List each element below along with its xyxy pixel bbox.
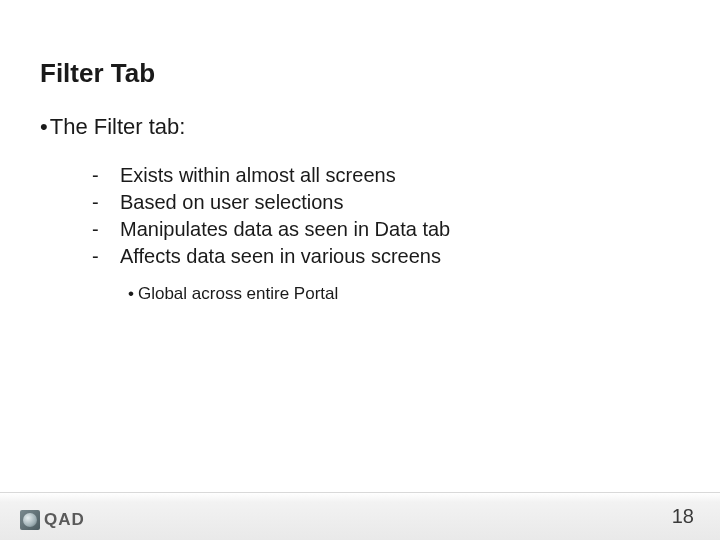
slide-footer: QAD 18 xyxy=(0,492,720,540)
list-item-text: Manipulates data as seen in Data tab xyxy=(120,218,450,241)
qad-logo-text: QAD xyxy=(44,510,85,530)
dash-icon: - xyxy=(92,191,120,214)
slide-title: Filter Tab xyxy=(40,58,155,89)
dash-icon: - xyxy=(92,164,120,187)
slide: Filter Tab •The Filter tab: - Exists wit… xyxy=(0,0,720,540)
list-item-text: Affects data seen in various screens xyxy=(120,245,441,268)
page-number: 18 xyxy=(672,505,694,528)
dash-list: - Exists within almost all screens - Bas… xyxy=(92,164,450,272)
main-bullet: •The Filter tab: xyxy=(40,114,185,140)
bullet-dot-icon: • xyxy=(40,114,48,139)
main-bullet-text: The Filter tab: xyxy=(50,114,186,139)
list-item: - Affects data seen in various screens xyxy=(92,245,450,268)
list-item-text: Exists within almost all screens xyxy=(120,164,396,187)
list-item-text: Based on user selections xyxy=(120,191,343,214)
list-item: - Based on user selections xyxy=(92,191,450,214)
qad-logo-icon xyxy=(20,510,40,530)
sub-bullet: •Global across entire Portal xyxy=(128,284,338,304)
bullet-dot-icon: • xyxy=(128,284,134,303)
list-item: - Manipulates data as seen in Data tab xyxy=(92,218,450,241)
list-item: - Exists within almost all screens xyxy=(92,164,450,187)
dash-icon: - xyxy=(92,218,120,241)
sub-bullet-text: Global across entire Portal xyxy=(138,284,338,303)
qad-logo: QAD xyxy=(20,510,85,530)
dash-icon: - xyxy=(92,245,120,268)
